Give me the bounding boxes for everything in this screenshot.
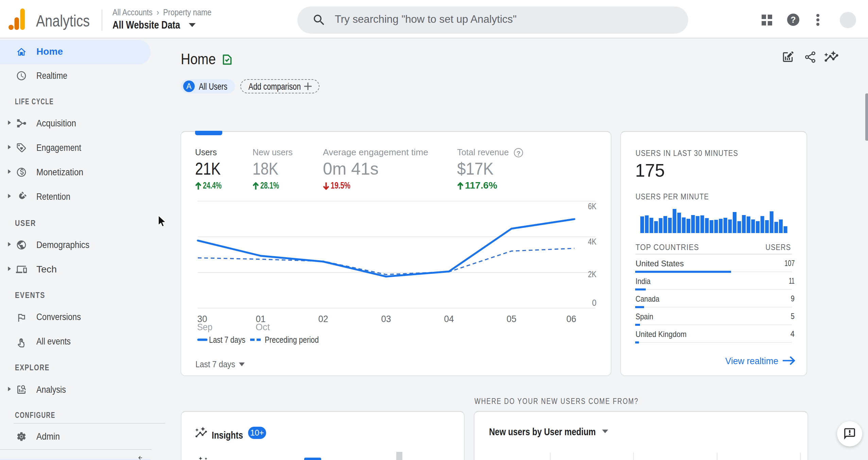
svg-text:4K: 4K bbox=[588, 236, 597, 247]
svg-text:Oct: Oct bbox=[256, 322, 270, 332]
svg-text:Preceding period: Preceding period bbox=[265, 335, 319, 345]
svg-text:Sep: Sep bbox=[197, 322, 212, 332]
svg-text:05: 05 bbox=[507, 314, 517, 324]
svg-text:04: 04 bbox=[444, 314, 454, 324]
svg-text:06: 06 bbox=[567, 314, 576, 324]
svg-text:03: 03 bbox=[381, 314, 391, 324]
svg-text:Last 7 days: Last 7 days bbox=[209, 335, 245, 345]
svg-text:Last 7 days: Last 7 days bbox=[195, 359, 235, 369]
svg-text:02: 02 bbox=[318, 314, 328, 324]
svg-text:6K: 6K bbox=[588, 201, 597, 211]
svg-text:2K: 2K bbox=[588, 269, 597, 279]
svg-text:0: 0 bbox=[592, 298, 596, 308]
